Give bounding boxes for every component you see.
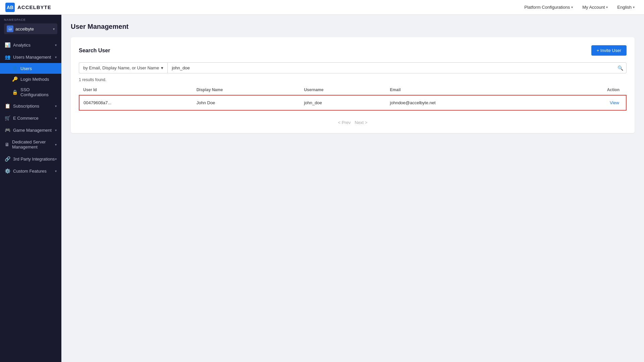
platform-configurations-dropdown[interactable]: Platform Configurations ▾ — [520, 3, 577, 12]
sidebar-item-3rd-party-integrations[interactable]: 🔗 3rd Party Integrations ▾ — [0, 153, 61, 165]
search-icon: 🔍 — [618, 65, 623, 71]
my-account-chevron-icon: ▾ — [606, 5, 608, 9]
namespace-section: NAMESPACE 🗂 accelbyte ▾ — [0, 15, 61, 36]
results-count: 1 results found. — [79, 77, 627, 82]
users-table: User Id Display Name Username Email Acti… — [79, 85, 627, 111]
users-icon: 👤 — [12, 66, 18, 71]
3rd-party-chevron-icon: ▾ — [55, 157, 57, 161]
card-header: Search User + Invite User — [79, 45, 627, 56]
sidebar-item-subscriptions[interactable]: 📋 Subscriptions ▾ — [0, 100, 61, 112]
search-row: by Email, Display Name, or User Name ▾ 🔍 — [79, 62, 627, 73]
table-header-row: User Id Display Name Username Email Acti… — [79, 85, 626, 95]
namespace-selector[interactable]: 🗂 accelbyte ▾ — [4, 23, 57, 34]
main-content: User Management Search User + Invite Use… — [61, 15, 644, 362]
search-user-card: Search User + Invite User by Email, Disp… — [71, 37, 635, 133]
dedicated-server-chevron-icon: ▾ — [55, 143, 57, 146]
namespace-name: accelbyte — [15, 26, 51, 32]
col-display-name: Display Name — [193, 85, 300, 95]
pagination: < Prev Next > — [79, 116, 627, 125]
sidebar: NAMESPACE 🗂 accelbyte ▾ 📊 Analytics ▾ 👥 — [0, 15, 61, 362]
search-input-wrapper: 🔍 — [167, 62, 627, 73]
subscriptions-icon: 📋 — [5, 103, 10, 109]
card-title: Search User — [79, 48, 110, 54]
sidebar-item-users-management[interactable]: 👥 Users Management ▾ — [0, 51, 61, 63]
logo-text: ACCELBYTE — [17, 4, 51, 10]
col-action: Action — [553, 85, 626, 95]
table-wrapper: User Id Display Name Username Email Acti… — [79, 85, 627, 111]
custom-features-chevron-icon: ▾ — [55, 169, 57, 173]
sidebar-item-game-management[interactable]: 🎮 Game Management ▾ — [0, 124, 61, 136]
users-management-icon: 👥 — [5, 54, 10, 60]
users-management-chevron-icon: ▾ — [55, 55, 57, 59]
col-user-id: User Id — [79, 85, 193, 95]
platform-configurations-chevron-icon: ▾ — [571, 5, 573, 9]
login-methods-icon: 🔑 — [12, 76, 18, 82]
filter-chevron-icon: ▾ — [161, 65, 163, 70]
sidebar-item-sso-configurations[interactable]: 🔒 SSO Configurations — [0, 84, 61, 100]
prev-page-button: < Prev — [338, 120, 351, 125]
col-email: Email — [386, 85, 554, 95]
language-dropdown[interactable]: English ▾ — [613, 3, 639, 12]
logo-area: AB ACCELBYTE — [0, 3, 51, 12]
view-link[interactable]: View — [610, 100, 619, 105]
game-management-chevron-icon: ▾ — [55, 128, 57, 132]
sidebar-nav: 📊 Analytics ▾ 👥 Users Management ▾ 👤 Use… — [0, 36, 61, 180]
sidebar-item-dedicated-server-management[interactable]: 🖥 Dedicated Server Management ▾ — [0, 136, 61, 153]
dedicated-server-icon: 🖥 — [5, 142, 9, 147]
game-management-icon: 🎮 — [5, 127, 10, 133]
sidebar-item-ecommerce[interactable]: 🛒 E Commerce ▾ — [0, 112, 61, 124]
language-chevron-icon: ▾ — [633, 5, 635, 9]
cell-display-name: John Doe — [193, 95, 300, 110]
top-nav-right: Platform Configurations ▾ My Account ▾ E… — [520, 3, 639, 12]
invite-user-button[interactable]: + Invite User — [591, 45, 627, 56]
top-nav: AB ACCELBYTE Platform Configurations ▾ M… — [0, 0, 644, 15]
my-account-dropdown[interactable]: My Account ▾ — [578, 3, 612, 12]
3rd-party-icon: 🔗 — [5, 156, 10, 162]
sidebar-item-login-methods[interactable]: 🔑 Login Methods — [0, 74, 61, 84]
namespace-label: NAMESPACE — [4, 18, 57, 21]
page-title: User Management — [71, 23, 635, 31]
next-page-button: Next > — [355, 120, 368, 125]
sidebar-item-analytics[interactable]: 📊 Analytics ▾ — [0, 39, 61, 51]
filter-select[interactable]: by Email, Display Name, or User Name ▾ — [79, 62, 167, 73]
logo-icon: AB — [5, 3, 15, 12]
subscriptions-chevron-icon: ▾ — [55, 104, 57, 108]
namespace-chevron-icon: ▾ — [53, 27, 55, 31]
cell-user-id: 00479608a7... — [79, 95, 193, 110]
cell-username: john_doe — [300, 95, 386, 110]
ecommerce-chevron-icon: ▾ — [55, 116, 57, 120]
col-username: Username — [300, 85, 386, 95]
cell-email: johndoe@accelbyte.net — [386, 95, 554, 110]
table-row: 00479608a7... John Doe john_doe johndoe@… — [79, 95, 626, 110]
namespace-icon: 🗂 — [7, 25, 13, 32]
custom-features-icon: ⚙️ — [5, 168, 10, 174]
layout: NAMESPACE 🗂 accelbyte ▾ 📊 Analytics ▾ 👥 — [0, 15, 644, 362]
cell-action: View — [553, 95, 626, 110]
sso-icon: 🔒 — [12, 89, 18, 95]
ecommerce-icon: 🛒 — [5, 115, 10, 121]
search-input[interactable] — [167, 62, 627, 73]
analytics-icon: 📊 — [5, 42, 10, 48]
sidebar-item-custom-features[interactable]: ⚙️ Custom Features ▾ — [0, 165, 61, 177]
analytics-chevron-icon: ▾ — [55, 43, 57, 47]
sidebar-item-users[interactable]: 👤 Users — [0, 63, 61, 74]
